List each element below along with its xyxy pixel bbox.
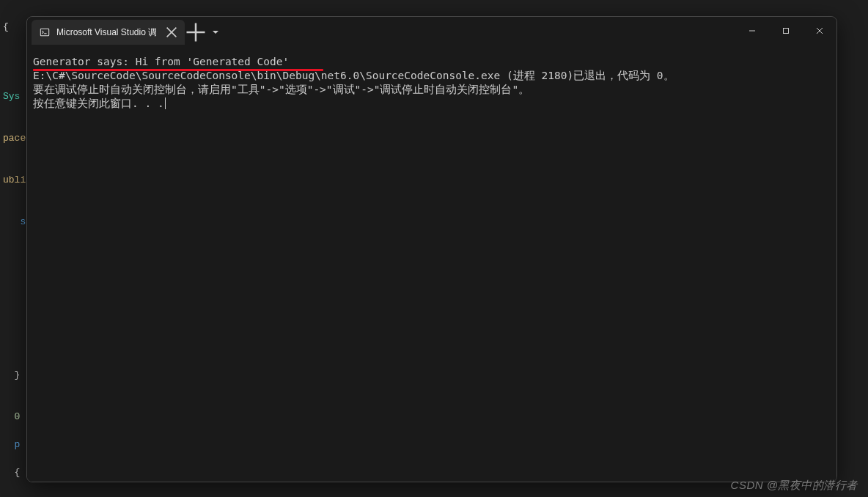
svg-rect-1 — [784, 29, 789, 34]
close-window-button[interactable] — [803, 17, 836, 45]
text-cursor — [165, 97, 166, 109]
title-bar[interactable]: Microsoft Visual Studio 调 — [27, 17, 836, 45]
debug-console-window: Microsoft Visual Studio 调 Generator says… — [26, 16, 837, 482]
tab-dropdown-button[interactable] — [207, 20, 224, 45]
new-tab-button[interactable] — [185, 20, 207, 45]
window-controls — [735, 17, 836, 45]
maximize-button[interactable] — [769, 17, 803, 45]
terminal-icon — [39, 26, 51, 38]
tab-close-button[interactable] — [166, 26, 177, 38]
active-tab[interactable]: Microsoft Visual Studio 调 — [32, 20, 185, 45]
watermark-text: CSDN @黑夜中的潜行者 — [731, 479, 858, 493]
output-line-prompt: 按任意键关闭此窗口. . . — [33, 97, 831, 111]
minimize-button[interactable] — [735, 17, 769, 45]
red-underline-annotation — [33, 69, 323, 71]
tab-title: Microsoft Visual Studio 调 — [56, 26, 157, 39]
title-bar-drag-area[interactable] — [224, 17, 735, 45]
console-output-area[interactable]: Generator says: Hi from 'Generated Code'… — [27, 45, 836, 482]
svg-rect-0 — [40, 29, 48, 36]
output-line-generator: Generator says: Hi from 'Generated Code' — [33, 55, 831, 69]
output-line-hint: 要在调试停止时自动关闭控制台，请启用"工具"->"选项"->"调试"->"调试停… — [33, 83, 831, 97]
